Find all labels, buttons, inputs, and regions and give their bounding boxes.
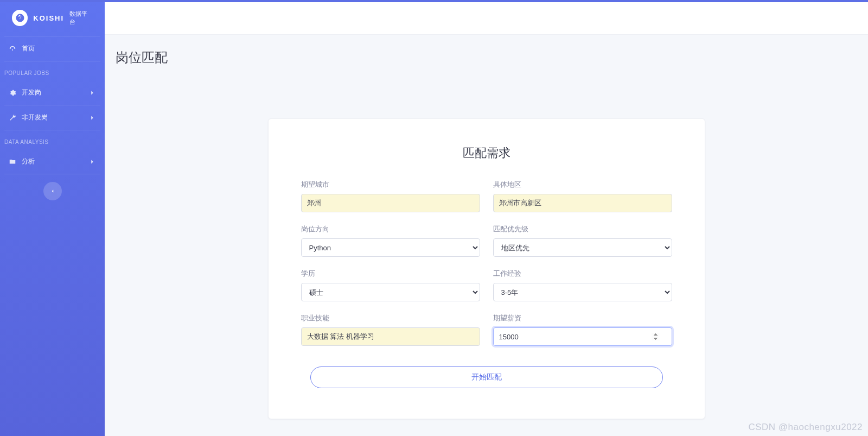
sidebar-item-analysis[interactable]: 分析 (4, 149, 100, 174)
nav-section-main: 首页 (0, 36, 105, 61)
field-exp: 工作经验 3-5年 (493, 269, 672, 301)
label-edu: 学历 (301, 269, 480, 279)
wrench-icon (9, 114, 16, 122)
chevron-right-icon (88, 89, 96, 97)
sidebar-item-label: 开发岗 (22, 88, 41, 97)
page-title: 岗位匹配 (116, 49, 858, 66)
input-city[interactable] (301, 194, 480, 212)
nav-header-data-analysis: DATA ANALYSIS (0, 130, 105, 149)
field-area: 具体地区 (493, 180, 672, 212)
nav-header-popular-jobs: POPULAR JOBS (0, 61, 105, 80)
sidebar-item-home[interactable]: 首页 (4, 36, 100, 61)
sidebar: KOISHI 数据平台 首页 POPULAR JOBS 开发岗 非开发岗 (0, 2, 105, 436)
field-city: 期望城市 (301, 180, 480, 212)
select-exp[interactable]: 3-5年 (493, 283, 672, 301)
start-match-button[interactable]: 开始匹配 (310, 367, 663, 388)
sidebar-collapse-button[interactable] (43, 182, 62, 200)
form-grid: 期望城市 具体地区 岗位方向 Python 匹配优先级 地区优先 (301, 180, 672, 346)
select-edu[interactable]: 硕士 (301, 283, 480, 301)
sidebar-item-label: 分析 (22, 157, 35, 166)
label-city: 期望城市 (301, 180, 480, 189)
sidebar-item-label: 首页 (22, 44, 35, 53)
label-skills: 职业技能 (301, 313, 480, 323)
label-exp: 工作经验 (493, 269, 672, 279)
input-skills[interactable] (301, 327, 480, 346)
brand-logo-icon (12, 10, 28, 26)
label-salary: 期望薪资 (493, 313, 672, 323)
label-direction: 岗位方向 (301, 224, 480, 234)
input-salary[interactable] (493, 327, 672, 346)
match-card: 匹配需求 期望城市 具体地区 岗位方向 Python 匹配 (268, 118, 705, 419)
topbar (105, 2, 868, 35)
main: 岗位匹配 匹配需求 期望城市 具体地区 岗位方向 Python (105, 2, 868, 436)
input-area[interactable] (493, 194, 672, 212)
brand-name: KOISHI (33, 14, 64, 22)
folder-icon (9, 158, 16, 166)
nav-section-popular-jobs: 开发岗 非开发岗 (0, 80, 105, 130)
chevron-right-icon (88, 158, 96, 166)
field-salary: 期望薪资 (493, 313, 672, 346)
submit-wrap: 开始匹配 (301, 367, 672, 388)
select-direction[interactable]: Python (301, 238, 480, 257)
field-priority: 匹配优先级 地区优先 (493, 224, 672, 257)
content: 岗位匹配 匹配需求 期望城市 具体地区 岗位方向 Python (105, 35, 868, 436)
sidebar-collapse-wrap (0, 174, 105, 208)
field-edu: 学历 硕士 (301, 269, 480, 301)
sidebar-item-dev-jobs[interactable]: 开发岗 (4, 80, 100, 105)
select-priority[interactable]: 地区优先 (493, 238, 672, 257)
card-title: 匹配需求 (301, 145, 672, 161)
sidebar-item-label: 非开发岗 (22, 113, 48, 122)
chevron-right-icon (88, 114, 96, 122)
brand-subtitle: 数据平台 (69, 10, 93, 26)
field-direction: 岗位方向 Python (301, 224, 480, 257)
field-skills: 职业技能 (301, 313, 480, 346)
nav-section-data-analysis: 分析 (0, 149, 105, 174)
brand: KOISHI 数据平台 (4, 2, 100, 36)
chevron-left-icon (50, 188, 55, 194)
dashboard-icon (9, 45, 16, 53)
label-area: 具体地区 (493, 180, 672, 189)
gear-icon (9, 89, 16, 97)
sidebar-item-nondev-jobs[interactable]: 非开发岗 (4, 105, 100, 130)
label-priority: 匹配优先级 (493, 224, 672, 234)
